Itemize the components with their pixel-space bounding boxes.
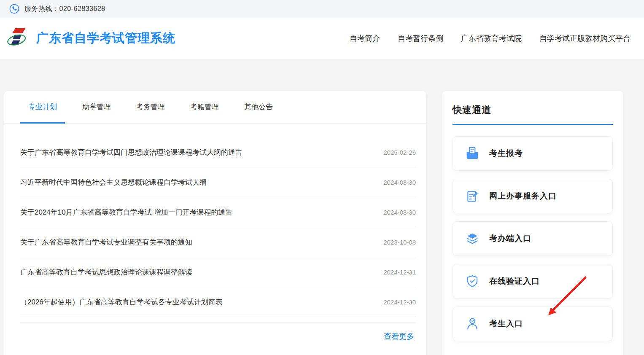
news-panel: 专业计划 助学管理 考务管理 考籍管理 其他公告 关于广东省高等教育自学考试四门… [4, 91, 426, 355]
quick-link-candidate-entrance[interactable]: 考生入口 [453, 307, 613, 341]
tab-exam-affairs[interactable]: 考务管理 [128, 91, 173, 124]
news-date: 2024-08-30 [383, 209, 416, 216]
news-title[interactable]: 关于广东省高等教育自学考试专业调整有关事项的通知 [20, 237, 192, 247]
nav-link-textbook-platform[interactable]: 自学考试正版教材购买平台 [539, 33, 631, 43]
view-more-link[interactable]: 查看更多 [384, 332, 414, 341]
more-row: 查看更多 [4, 323, 426, 342]
news-row[interactable]: 广东省高等教育自学考试思想政治理论课课程调整解读 2024-12-31 [20, 257, 416, 287]
news-title[interactable]: 关于2024年10月广东省高等教育自学考试 增加一门开考课程的通告 [20, 207, 232, 217]
news-row[interactable]: 关于2024年10月广东省高等教育自学考试 增加一门开考课程的通告 2024-0… [20, 197, 416, 227]
phone-icon [9, 4, 19, 14]
quick-link-online-services[interactable]: 网上办事服务入口 [453, 179, 613, 213]
news-row[interactable]: 关于广东省高等教育自学考试四门思想政治理论课课程考试大纲的通告 2025-02-… [20, 137, 416, 167]
news-row[interactable]: （2026年起使用）广东省高等教育自学考试各专业考试计划简表 2024-12-3… [20, 287, 416, 317]
nav-link-exam-authority[interactable]: 广东省教育考试院 [461, 33, 522, 43]
quick-link-label: 考生入口 [489, 318, 523, 329]
layers-icon [466, 232, 479, 245]
hotline-number: 020-62833628 [59, 5, 105, 13]
site-title: 广东省自学考试管理系统 [36, 30, 175, 47]
quick-title-underline [453, 124, 613, 125]
quick-link-label: 在线验证入口 [489, 276, 540, 287]
tab-major-plan[interactable]: 专业计划 [20, 91, 65, 124]
news-date: 2024-12-31 [383, 269, 416, 276]
site-header: 广东省自学考试管理系统 自考简介 自考暂行条例 广东省教育考试院 自学考试正版教… [0, 18, 644, 59]
news-date: 2023-10-08 [383, 239, 416, 246]
news-row[interactable]: 习近平新时代中国特色社会主义思想概论课程自学考试大纲 2024-08-30 [20, 167, 416, 197]
page: 服务热线： 020-62833628 广东省自学考试管理系统 自考简介 自考暂行… [0, 0, 644, 355]
quick-channel-title: 快速通道 [453, 91, 613, 116]
topbar: 服务热线： 020-62833628 [0, 0, 644, 18]
news-date: 2024-08-30 [383, 179, 416, 186]
hotline-label: 服务热线： [24, 5, 59, 13]
nav-link-regulations[interactable]: 自考暂行条例 [398, 33, 443, 43]
quick-link-label: 网上办事服务入口 [489, 191, 557, 202]
news-date: 2024-12-30 [383, 299, 416, 306]
quick-link-label: 考办端入口 [489, 233, 531, 244]
quick-channel-panel: 快速通道 考生报考 [442, 91, 623, 355]
nav-link-intro[interactable]: 自考简介 [350, 33, 380, 43]
news-date: 2025-02-26 [383, 149, 416, 156]
quick-link-exam-office[interactable]: 考办端入口 [453, 221, 613, 256]
news-title[interactable]: 习近平新时代中国特色社会主义思想概论课程自学考试大纲 [20, 178, 207, 187]
news-title[interactable]: 广东省高等教育自学考试思想政治理论课课程调整解读 [20, 267, 192, 277]
quick-link-online-verification[interactable]: 在线验证入口 [453, 264, 613, 299]
inbox-icon [466, 147, 479, 160]
news-tabbar: 专业计划 助学管理 考务管理 考籍管理 其他公告 [4, 91, 426, 124]
quick-link-label: 考生报考 [489, 148, 523, 159]
shield-check-icon [466, 274, 479, 288]
news-title[interactable]: 关于广东省高等教育自学考试四门思想政治理论课课程考试大纲的通告 [20, 148, 243, 157]
brand: 广东省自学考试管理系统 [6, 25, 175, 51]
site-logo [6, 25, 30, 51]
tab-other-notices[interactable]: 其他公告 [236, 91, 281, 124]
user-icon [466, 317, 479, 331]
news-row[interactable]: 关于广东省高等教育自学考试专业调整有关事项的通知 2023-10-08 [20, 227, 416, 257]
list-divider [20, 317, 416, 323]
tab-study-support[interactable]: 助学管理 [74, 91, 119, 124]
main-nav: 自考简介 自考暂行条例 广东省教育考试院 自学考试正版教材购买平台 [350, 33, 631, 43]
quick-link-list: 考生报考 网上办事服务入口 [453, 136, 613, 341]
news-title[interactable]: （2026年起使用）广东省高等教育自学考试各专业考试计划简表 [20, 297, 223, 307]
edit-doc-icon [466, 189, 479, 203]
tab-exam-records[interactable]: 考籍管理 [182, 91, 227, 124]
news-list: 关于广东省高等教育自学考试四门思想政治理论课课程考试大纲的通告 2025-02-… [4, 124, 426, 323]
quick-link-candidate-registration[interactable]: 考生报考 [453, 136, 613, 171]
